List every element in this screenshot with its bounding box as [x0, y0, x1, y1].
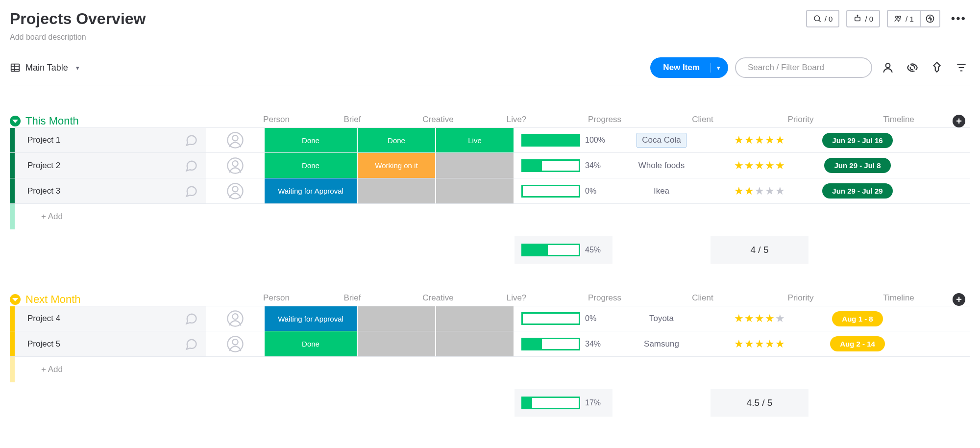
group-toggle[interactable] — [10, 116, 21, 126]
priority-cell[interactable]: ★★★★★ — [710, 153, 808, 178]
column-header[interactable]: Brief — [306, 115, 399, 127]
client-cell[interactable]: Coca Cola — [612, 128, 710, 152]
brief-status-cell[interactable]: Done — [265, 128, 357, 152]
board-menu-button[interactable]: ••• — [947, 12, 970, 25]
table-row[interactable]: Project 5 Done 34% Samsung ★★★★★ Aug 2 -… — [10, 331, 970, 357]
live-status-cell[interactable] — [436, 331, 514, 356]
new-item-button[interactable]: New Item ▾ — [650, 57, 728, 78]
priority-cell[interactable]: ★★★★★ — [710, 128, 808, 152]
creative-status-cell[interactable] — [358, 178, 435, 203]
row-stripe — [10, 128, 15, 152]
client-cell[interactable]: Ikea — [612, 178, 710, 203]
brief-status-cell[interactable]: Waiting for Approval — [265, 178, 357, 203]
table-row[interactable]: Project 2 Done Working on it 34% Whole f… — [10, 153, 970, 178]
column-header[interactable]: Progress — [556, 293, 654, 306]
column-header[interactable]: Client — [654, 293, 752, 306]
column-header[interactable]: Timeline — [850, 293, 948, 306]
priority-cell[interactable]: ★★★★★ — [710, 178, 808, 203]
timeline-cell[interactable]: Jun 29 - Jul 8 — [808, 153, 906, 178]
creative-status-cell[interactable]: Working on it — [358, 153, 435, 178]
add-column-button[interactable]: + — [953, 115, 965, 127]
client-cell[interactable]: Whole foods — [612, 153, 710, 178]
column-header[interactable]: Priority — [752, 293, 850, 306]
integration-pill-1[interactable]: / 0 — [806, 10, 840, 27]
table-row[interactable]: Project 1 Done Done Live 100% Coca Cola … — [10, 127, 970, 153]
chat-button[interactable] — [176, 331, 206, 356]
brief-status-cell[interactable]: Done — [265, 153, 357, 178]
progress-cell[interactable]: 0% — [514, 306, 612, 331]
integration-pill-2[interactable]: / 0 — [846, 10, 880, 27]
svg-point-0 — [814, 16, 820, 21]
group-toggle[interactable] — [10, 294, 21, 305]
progress-cell[interactable]: 100% — [514, 128, 612, 152]
brief-status-cell[interactable]: Waiting for Approval — [265, 306, 357, 331]
table-row[interactable]: Project 3 Waiting for Approval 0% Ikea ★… — [10, 178, 970, 204]
column-header[interactable]: Live? — [477, 293, 556, 306]
chat-button[interactable] — [176, 153, 206, 178]
client-cell[interactable]: Samsung — [612, 331, 710, 356]
chat-button[interactable] — [176, 178, 206, 203]
pin-button[interactable] — [928, 59, 946, 76]
svg-point-11 — [232, 161, 238, 166]
add-row-label: + Add — [15, 365, 63, 374]
chat-button[interactable] — [176, 306, 206, 331]
column-header[interactable]: Creative — [399, 115, 477, 127]
person-cell[interactable] — [206, 153, 265, 178]
timeline-cell[interactable]: Jun 29 - Jul 16 — [808, 128, 906, 152]
chat-button[interactable] — [176, 128, 206, 152]
chat-icon — [184, 337, 198, 351]
column-header[interactable]: Client — [654, 115, 752, 127]
row-title[interactable]: Project 4 — [15, 306, 176, 331]
table-row[interactable]: Project 4 Waiting for Approval 0% Toyota… — [10, 306, 970, 331]
summary-progress: 45% — [514, 236, 612, 264]
timeline-cell[interactable]: Jun 29 - Jul 29 — [808, 178, 906, 203]
hide-button[interactable] — [904, 59, 921, 76]
timeline-cell[interactable]: Aug 2 - 14 — [808, 331, 906, 356]
person-filter-button[interactable] — [879, 59, 897, 76]
live-status-cell[interactable] — [436, 153, 514, 178]
creative-status-cell[interactable]: Done — [358, 128, 435, 152]
add-row-button[interactable]: + Add — [10, 357, 970, 382]
live-status-cell[interactable]: Live — [436, 128, 514, 152]
new-item-chevron[interactable]: ▾ — [711, 64, 728, 72]
priority-cell[interactable]: ★★★★★ — [710, 306, 808, 331]
progress-cell[interactable]: 34% — [514, 331, 612, 356]
column-header[interactable]: Progress — [556, 115, 654, 127]
activity-button[interactable] — [921, 10, 940, 27]
row-title[interactable]: Project 5 — [15, 331, 176, 356]
view-selector[interactable]: Main Table ▾ — [10, 62, 79, 73]
column-header[interactable]: Person — [247, 293, 306, 306]
group-title[interactable]: This Month — [25, 115, 79, 127]
column-header[interactable]: Person — [247, 115, 306, 127]
priority-cell[interactable]: ★★★★★ — [710, 331, 808, 356]
column-header[interactable]: Live? — [477, 115, 556, 127]
group-title[interactable]: Next Month — [25, 293, 81, 306]
row-title[interactable]: Project 2 — [15, 153, 176, 178]
person-cell[interactable] — [206, 128, 265, 152]
search-input[interactable] — [735, 57, 872, 78]
client-cell[interactable]: Toyota — [612, 306, 710, 331]
progress-cell[interactable]: 34% — [514, 153, 612, 178]
row-title[interactable]: Project 3 — [15, 178, 176, 203]
live-status-cell[interactable] — [436, 178, 514, 203]
creative-status-cell[interactable] — [358, 331, 435, 356]
add-row-button[interactable]: + Add — [10, 204, 970, 229]
column-header[interactable]: Timeline — [850, 115, 948, 127]
brief-status-cell[interactable]: Done — [265, 331, 357, 356]
row-title[interactable]: Project 1 — [15, 128, 176, 152]
live-status-cell[interactable] — [436, 306, 514, 331]
add-column-button[interactable]: + — [953, 293, 965, 306]
robot-icon — [853, 14, 862, 23]
column-header[interactable]: Brief — [306, 293, 399, 306]
person-cell[interactable] — [206, 331, 265, 356]
person-cell[interactable] — [206, 306, 265, 331]
column-header[interactable]: Priority — [752, 115, 850, 127]
board-description[interactable]: Add board description — [10, 33, 146, 42]
creative-status-cell[interactable] — [358, 306, 435, 331]
column-header[interactable]: Creative — [399, 293, 477, 306]
filter-button[interactable] — [953, 59, 970, 76]
person-cell[interactable] — [206, 178, 265, 203]
timeline-cell[interactable]: Aug 1 - 8 — [808, 306, 906, 331]
members-pill[interactable]: / 1 — [887, 10, 921, 27]
progress-cell[interactable]: 0% — [514, 178, 612, 203]
